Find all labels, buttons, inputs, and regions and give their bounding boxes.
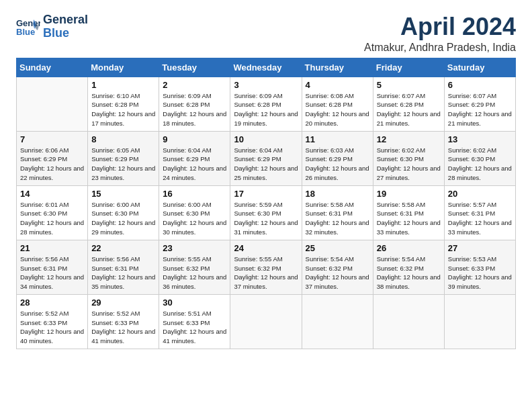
day-number: 6: [448, 80, 512, 90]
cell-details: Sunrise: 6:05 AMSunset: 6:29 PMDaylight:…: [91, 146, 155, 183]
calendar-cell: 3Sunrise: 6:09 AMSunset: 6:28 PMDaylight…: [230, 77, 302, 131]
cell-details: Sunrise: 6:09 AMSunset: 6:28 PMDaylight:…: [163, 91, 226, 128]
calendar-cell: 23Sunrise: 5:55 AMSunset: 6:32 PMDayligh…: [159, 240, 230, 294]
day-number: 26: [377, 243, 441, 253]
calendar-week-row: 21Sunrise: 5:56 AMSunset: 6:31 PMDayligh…: [17, 240, 516, 294]
day-number: 30: [163, 298, 226, 308]
calendar-cell: 29Sunrise: 5:52 AMSunset: 6:33 PMDayligh…: [88, 294, 159, 349]
svg-text:Blue: Blue: [16, 27, 35, 37]
cell-details: Sunrise: 5:56 AMSunset: 6:31 PMDaylight:…: [20, 255, 84, 291]
calendar-cell: 27Sunrise: 5:53 AMSunset: 6:33 PMDayligh…: [444, 240, 515, 294]
page-header: General Blue General Blue April 2024 Atm…: [16, 13, 516, 54]
day-number: 22: [91, 243, 155, 253]
day-number: 2: [163, 80, 226, 90]
day-number: 3: [234, 80, 298, 90]
calendar-cell: [302, 294, 373, 349]
col-header-friday: Friday: [373, 58, 444, 77]
calendar-cell: [373, 294, 444, 349]
calendar-cell: 16Sunrise: 6:00 AMSunset: 6:30 PMDayligh…: [159, 185, 230, 240]
calendar-cell: 11Sunrise: 6:03 AMSunset: 6:29 PMDayligh…: [302, 131, 373, 185]
calendar-week-row: 1Sunrise: 6:10 AMSunset: 6:28 PMDaylight…: [17, 77, 516, 131]
day-number: 27: [448, 243, 512, 253]
calendar-cell: 13Sunrise: 6:02 AMSunset: 6:30 PMDayligh…: [444, 131, 515, 185]
day-number: 12: [377, 134, 441, 144]
cell-details: Sunrise: 6:07 AMSunset: 6:29 PMDaylight:…: [448, 91, 512, 128]
calendar-week-row: 7Sunrise: 6:06 AMSunset: 6:29 PMDaylight…: [17, 131, 516, 185]
day-number: 13: [448, 134, 512, 144]
day-number: 24: [234, 243, 298, 253]
month-title: April 2024: [364, 13, 516, 40]
day-number: 29: [91, 298, 155, 308]
calendar-cell: [230, 294, 302, 349]
cell-details: Sunrise: 6:00 AMSunset: 6:30 PMDaylight:…: [163, 200, 226, 237]
day-number: 5: [377, 80, 441, 90]
day-number: 7: [20, 134, 84, 144]
cell-details: Sunrise: 5:55 AMSunset: 6:32 PMDaylight:…: [163, 255, 226, 291]
title-block: April 2024 Atmakur, Andhra Pradesh, Indi…: [364, 13, 516, 54]
cell-details: Sunrise: 6:04 AMSunset: 6:29 PMDaylight:…: [234, 146, 298, 183]
calendar-cell: 25Sunrise: 5:54 AMSunset: 6:32 PMDayligh…: [302, 240, 373, 294]
calendar-cell: [444, 294, 515, 349]
cell-details: Sunrise: 5:54 AMSunset: 6:32 PMDaylight:…: [306, 255, 369, 291]
day-number: 1: [91, 80, 155, 90]
col-header-monday: Monday: [88, 58, 159, 77]
calendar-cell: 6Sunrise: 6:07 AMSunset: 6:29 PMDaylight…: [444, 77, 515, 131]
calendar-cell: 19Sunrise: 5:58 AMSunset: 6:31 PMDayligh…: [373, 185, 444, 240]
calendar-cell: 12Sunrise: 6:02 AMSunset: 6:30 PMDayligh…: [373, 131, 444, 185]
cell-details: Sunrise: 6:02 AMSunset: 6:30 PMDaylight:…: [377, 146, 441, 183]
logo: General Blue General Blue: [16, 13, 88, 40]
cell-details: Sunrise: 6:02 AMSunset: 6:30 PMDaylight:…: [448, 146, 512, 183]
calendar-cell: 9Sunrise: 6:04 AMSunset: 6:29 PMDaylight…: [159, 131, 230, 185]
calendar-cell: 4Sunrise: 6:08 AMSunset: 6:28 PMDaylight…: [302, 77, 373, 131]
day-number: 9: [163, 134, 226, 144]
col-header-saturday: Saturday: [444, 58, 515, 77]
calendar-cell: 10Sunrise: 6:04 AMSunset: 6:29 PMDayligh…: [230, 131, 302, 185]
calendar-cell: 20Sunrise: 5:57 AMSunset: 6:31 PMDayligh…: [444, 185, 515, 240]
cell-details: Sunrise: 5:53 AMSunset: 6:33 PMDaylight:…: [448, 255, 512, 291]
calendar-cell: [17, 77, 88, 131]
calendar-cell: 14Sunrise: 6:01 AMSunset: 6:30 PMDayligh…: [17, 185, 88, 240]
calendar-cell: 26Sunrise: 5:54 AMSunset: 6:32 PMDayligh…: [373, 240, 444, 294]
col-header-tuesday: Tuesday: [159, 58, 230, 77]
day-number: 10: [234, 134, 298, 144]
day-number: 20: [448, 189, 512, 199]
cell-details: Sunrise: 6:08 AMSunset: 6:28 PMDaylight:…: [306, 91, 369, 128]
cell-details: Sunrise: 6:06 AMSunset: 6:29 PMDaylight:…: [20, 146, 84, 183]
calendar-cell: 15Sunrise: 6:00 AMSunset: 6:30 PMDayligh…: [88, 185, 159, 240]
calendar-cell: 5Sunrise: 6:07 AMSunset: 6:28 PMDaylight…: [373, 77, 444, 131]
day-number: 14: [20, 189, 84, 199]
cell-details: Sunrise: 5:52 AMSunset: 6:33 PMDaylight:…: [20, 309, 84, 346]
cell-details: Sunrise: 5:51 AMSunset: 6:33 PMDaylight:…: [163, 309, 226, 346]
day-number: 16: [163, 189, 226, 199]
logo-text: General Blue: [43, 13, 88, 40]
calendar-cell: 22Sunrise: 5:56 AMSunset: 6:31 PMDayligh…: [88, 240, 159, 294]
cell-details: Sunrise: 5:59 AMSunset: 6:30 PMDaylight:…: [234, 200, 298, 237]
day-number: 4: [306, 80, 369, 90]
col-header-thursday: Thursday: [302, 58, 373, 77]
cell-details: Sunrise: 5:54 AMSunset: 6:32 PMDaylight:…: [377, 255, 441, 291]
day-number: 8: [91, 134, 155, 144]
cell-details: Sunrise: 6:04 AMSunset: 6:29 PMDaylight:…: [163, 146, 226, 183]
day-number: 21: [20, 243, 84, 253]
calendar-week-row: 28Sunrise: 5:52 AMSunset: 6:33 PMDayligh…: [17, 294, 516, 349]
calendar-week-row: 14Sunrise: 6:01 AMSunset: 6:30 PMDayligh…: [17, 185, 516, 240]
col-header-wednesday: Wednesday: [230, 58, 302, 77]
cell-details: Sunrise: 5:58 AMSunset: 6:31 PMDaylight:…: [306, 200, 369, 237]
day-number: 11: [306, 134, 369, 144]
cell-details: Sunrise: 6:07 AMSunset: 6:28 PMDaylight:…: [377, 91, 441, 128]
cell-details: Sunrise: 6:09 AMSunset: 6:28 PMDaylight:…: [234, 91, 298, 128]
cell-details: Sunrise: 5:55 AMSunset: 6:32 PMDaylight:…: [234, 255, 298, 291]
calendar-cell: 1Sunrise: 6:10 AMSunset: 6:28 PMDaylight…: [88, 77, 159, 131]
calendar-cell: 17Sunrise: 5:59 AMSunset: 6:30 PMDayligh…: [230, 185, 302, 240]
location-title: Atmakur, Andhra Pradesh, India: [364, 42, 516, 54]
calendar-header-row: SundayMondayTuesdayWednesdayThursdayFrid…: [17, 58, 516, 77]
day-number: 19: [377, 189, 441, 199]
day-number: 15: [91, 189, 155, 199]
calendar-cell: 30Sunrise: 5:51 AMSunset: 6:33 PMDayligh…: [159, 294, 230, 349]
day-number: 18: [306, 189, 369, 199]
day-number: 23: [163, 243, 226, 253]
cell-details: Sunrise: 5:57 AMSunset: 6:31 PMDaylight:…: [448, 200, 512, 237]
cell-details: Sunrise: 6:00 AMSunset: 6:30 PMDaylight:…: [91, 200, 155, 237]
cell-details: Sunrise: 6:10 AMSunset: 6:28 PMDaylight:…: [91, 91, 155, 128]
logo-icon: General Blue: [16, 17, 40, 37]
